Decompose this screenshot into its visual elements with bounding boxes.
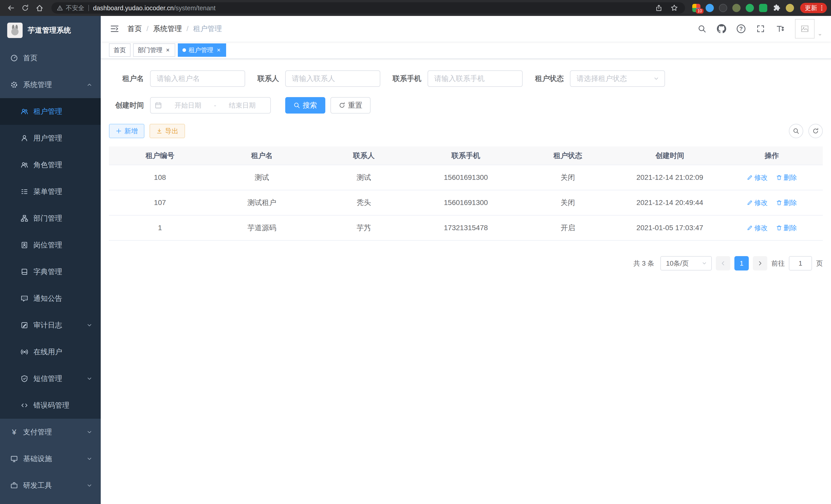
sidebar-item-tenant-management[interactable]: 租户管理 (0, 98, 101, 125)
extension-icon-6 (759, 4, 767, 12)
tags-view: 首页 部门管理× 租户管理× (101, 41, 831, 59)
cell-status: 开启 (517, 215, 619, 240)
security-chip[interactable]: 不安全 (57, 4, 84, 12)
security-chip-label: 不安全 (66, 4, 84, 12)
browser-profile-button[interactable] (784, 2, 796, 14)
reload-icon (21, 4, 29, 12)
cell-id: 1 (109, 215, 211, 240)
sidebar-group-payment[interactable]: ¥ 支付管理 (0, 419, 101, 445)
add-button[interactable]: 新增 (109, 124, 144, 138)
next-page-button[interactable] (753, 256, 767, 270)
breadcrumb-item-home[interactable]: 首页 (127, 24, 142, 34)
sidebar-item-menu-management[interactable]: 菜单管理 (0, 178, 101, 205)
help-button[interactable]: ? (732, 20, 750, 37)
filter-tenant-name: 租户名 (109, 70, 245, 87)
sidebar-group-devtools[interactable]: 研发工具 (0, 472, 101, 499)
address-bar[interactable]: 不安全 dashboard.yudao.iocoder.cn/system/te… (51, 2, 685, 13)
sidebar-item-post-management[interactable]: 岗位管理 (0, 232, 101, 259)
browser-update-button[interactable]: 更新 (800, 3, 827, 13)
app-logo[interactable]: 芋道管理系统 (0, 16, 101, 45)
cell-mobile: 17321315478 (415, 215, 517, 240)
close-icon[interactable]: × (216, 47, 222, 54)
start-date-input[interactable] (164, 101, 212, 110)
cell-id: 108 (109, 165, 211, 190)
edit-link[interactable]: 修改 (747, 224, 768, 233)
table-row[interactable]: 1 芋道源码 芋艿 17321315478 开启 2021-01-05 17:0… (109, 215, 823, 240)
browser-reload-button[interactable] (19, 1, 32, 14)
header-search-button[interactable] (693, 20, 711, 37)
sidebar-group-sms[interactable]: 短信管理 (0, 365, 101, 392)
tab-dept-management[interactable]: 部门管理× (133, 43, 175, 57)
extension-button-1[interactable]: 10 (690, 2, 703, 14)
search-button[interactable]: 搜索 (285, 97, 325, 114)
pencil-icon (747, 225, 753, 231)
font-size-button[interactable] (771, 20, 789, 37)
tenant-status-select[interactable]: 请选择租户状态 (570, 70, 665, 87)
refresh-table-button[interactable] (808, 124, 823, 138)
bookmark-star-button[interactable] (668, 2, 680, 13)
extension-badge: 10 (696, 8, 704, 13)
hamburger-button[interactable] (109, 23, 120, 34)
browser-home-button[interactable] (33, 1, 46, 14)
extension-button-4[interactable] (730, 2, 743, 14)
sidebar-item-home[interactable]: 首页 (0, 45, 101, 71)
sidebar-item-user-management[interactable]: 用户管理 (0, 125, 101, 152)
contact-input[interactable] (285, 70, 380, 87)
page-number-button[interactable]: 1 (735, 256, 749, 270)
goto-page-input[interactable] (789, 256, 812, 270)
github-link[interactable] (713, 20, 730, 37)
edit-link[interactable]: 修改 (747, 198, 768, 207)
breadcrumb: 首页 / 系统管理 / 租户管理 (127, 24, 222, 34)
create-time-range-picker[interactable]: - (150, 97, 271, 114)
tab-label: 租户管理 (189, 46, 213, 54)
share-button[interactable] (653, 2, 664, 13)
cell-create-time: 2021-12-14 21:02:09 (619, 165, 721, 190)
search-icon (793, 128, 799, 135)
table-row[interactable]: 108 测试 测试 15601691300 关闭 2021-12-14 21:0… (109, 165, 823, 190)
prev-page-button[interactable] (716, 256, 730, 270)
table-row[interactable]: 107 测试租户 秃头 15601691300 关闭 2021-12-14 20… (109, 190, 823, 215)
browser-back-button[interactable] (4, 1, 18, 14)
extension-button-6[interactable] (757, 2, 769, 14)
dashboard-icon (10, 54, 18, 62)
extension-button-5[interactable] (744, 2, 756, 14)
sidebar-group-infrastructure[interactable]: 基础设施 (0, 445, 101, 472)
extensions-puzzle-button[interactable] (770, 2, 783, 14)
sidebar-item-label: 菜单管理 (33, 187, 62, 197)
reset-button[interactable]: 重置 (331, 97, 371, 114)
sidebar-item-dept-management[interactable]: 部门管理 (0, 205, 101, 232)
status-select-placeholder: 请选择租户状态 (577, 74, 653, 84)
export-button[interactable]: 导出 (149, 124, 185, 138)
sidebar-item-notice[interactable]: 通知公告 (0, 285, 101, 312)
toggle-search-button[interactable] (789, 124, 803, 138)
tab-home[interactable]: 首页 (109, 43, 131, 57)
sidebar-item-error-code[interactable]: 错误码管理 (0, 392, 101, 419)
extension-button-3[interactable] (717, 2, 729, 14)
fullscreen-button[interactable] (752, 20, 769, 37)
sidebar-item-dict-management[interactable]: 字典管理 (0, 259, 101, 285)
breadcrumb-item-system[interactable]: 系统管理 (153, 24, 182, 34)
table-header: 租户编号 租户名 联系人 联系手机 租户状态 创建时间 操作 (109, 146, 823, 165)
column-header-create-time: 创建时间 (619, 146, 721, 165)
sidebar-group-system[interactable]: 系统管理 (0, 71, 101, 98)
delete-link[interactable]: 删除 (776, 224, 797, 233)
column-header-actions: 操作 (721, 146, 823, 165)
close-icon[interactable]: × (165, 47, 171, 54)
user-avatar[interactable] (795, 19, 823, 38)
sidebar-item-role-management[interactable]: 角色管理 (0, 152, 101, 178)
chevron-right-icon (757, 260, 763, 266)
edit-link[interactable]: 修改 (747, 173, 768, 182)
sidebar-group-audit-log[interactable]: 审计日志 (0, 312, 101, 338)
delete-link[interactable]: 删除 (776, 198, 797, 207)
mobile-input[interactable] (428, 70, 523, 87)
tab-tenant-management[interactable]: 租户管理× (178, 43, 226, 57)
list-icon (21, 188, 28, 196)
create-time-label: 创建时间 (109, 100, 144, 110)
extension-button-2[interactable] (704, 2, 716, 14)
tenant-name-input[interactable] (150, 70, 245, 87)
page-size-select[interactable]: 10条/页 (660, 256, 712, 270)
delete-link[interactable]: 删除 (776, 173, 797, 182)
end-date-input[interactable] (218, 101, 266, 110)
sidebar-item-online-users[interactable]: 在线用户 (0, 338, 101, 365)
cell-status: 关闭 (517, 190, 619, 215)
